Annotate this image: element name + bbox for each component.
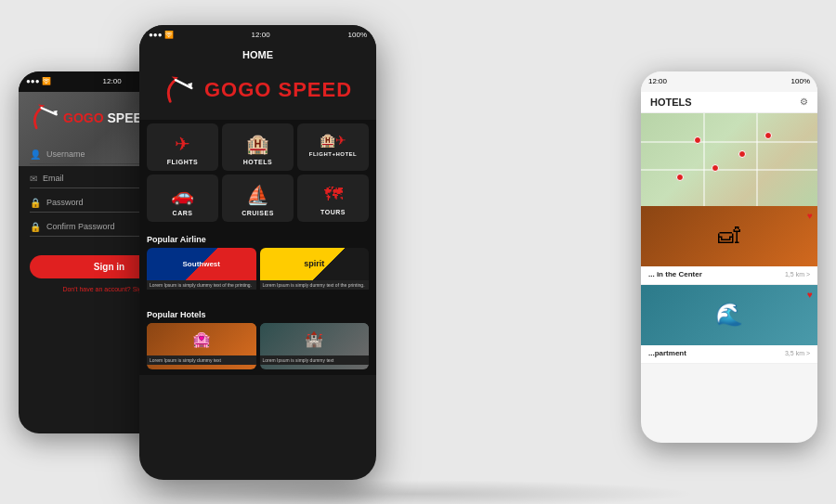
logo-icon bbox=[30, 101, 63, 135]
status-battery-right: 100% bbox=[791, 77, 810, 85]
phone-home: ●●● 🛜 12:00 100% HOME GOGO SPEED bbox=[139, 25, 376, 480]
status-dots-center: ●●● 🛜 bbox=[149, 31, 174, 39]
home-title: HOME bbox=[139, 45, 376, 66]
hotel1-text: Lorem Ipsum is simply dummy text bbox=[147, 355, 256, 365]
hotel-listing-1-info: ... in the Center 1,5 km > bbox=[641, 266, 817, 284]
phone-hotels: 12:00 100% HOTELS ⚙ 🛋 ♥ bbox=[641, 71, 817, 443]
hotel2-text: Lorem Ipsum is simply dummy text bbox=[260, 355, 370, 365]
status-time-left: 12:00 bbox=[103, 77, 122, 85]
status-bar-right: 12:00 100% bbox=[641, 71, 817, 92]
map-road-h1 bbox=[641, 141, 817, 143]
southwest-logo: Southwest bbox=[147, 248, 256, 280]
southwest-description: Lorem Ipsum is simply dummy text of the … bbox=[147, 280, 256, 290]
map-road-v1 bbox=[703, 113, 705, 206]
spirit-card[interactable]: spirit Lorem Ipsum is simply dummy text … bbox=[260, 248, 370, 299]
hotel-cards: 🏩 Lorem Ipsum is simply dummy text 🏰 Lor… bbox=[139, 323, 376, 375]
lock-icon: 🔒 bbox=[30, 198, 41, 208]
lock2-icon: 🔒 bbox=[30, 222, 41, 232]
status-battery-center: 100% bbox=[348, 31, 367, 39]
grid-row-2: 🚗 CARS ⛵ CRUISES 🗺 TOURS bbox=[147, 174, 369, 222]
logo-banner: GOGO SPEED bbox=[139, 66, 376, 120]
hotel-listing-2[interactable]: 🌊 ♥ ...partment 3,5 km > bbox=[641, 285, 817, 364]
gogo-logo: GOGO SPEED bbox=[163, 73, 352, 107]
flight-hotel-button[interactable]: 🏨✈ FLIGHT+HOTEL bbox=[297, 123, 369, 171]
status-dots: ●●● 🛜 bbox=[26, 77, 51, 85]
hotel-card-2[interactable]: 🏰 Lorem Ipsum is simply dummy text bbox=[260, 323, 370, 369]
flights-icon: ✈ bbox=[175, 133, 190, 155]
tours-icon: 🗺 bbox=[324, 184, 343, 205]
hotel-listing-2-image: 🌊 bbox=[641, 285, 817, 345]
favorite-icon-1[interactable]: ♥ bbox=[807, 211, 813, 221]
user-icon: 👤 bbox=[30, 149, 41, 160]
flight-hotel-icon: 🏨✈ bbox=[320, 133, 346, 148]
hotels-map bbox=[641, 113, 817, 206]
hotels-header: HOTELS ⚙ bbox=[641, 92, 817, 113]
status-time-center: 12:00 bbox=[252, 31, 270, 39]
hotels-icon: 🏨 bbox=[246, 133, 269, 155]
hotel1-image: 🏩 bbox=[147, 323, 256, 355]
popular-airline-title: Popular Airline bbox=[139, 229, 376, 248]
popular-hotels-title: Popular Hotels bbox=[139, 304, 376, 323]
status-time-right: 12:00 bbox=[648, 77, 667, 85]
filter-icon[interactable]: ⚙ bbox=[800, 97, 808, 107]
map-pin-4[interactable] bbox=[764, 132, 772, 139]
cars-icon: 🚗 bbox=[171, 184, 194, 206]
logo-text: GOGO SPEED bbox=[63, 110, 151, 125]
hotel-card-1[interactable]: 🏩 Lorem Ipsum is simply dummy text bbox=[147, 323, 256, 369]
map-road-h2 bbox=[641, 169, 817, 171]
cars-button[interactable]: 🚗 CARS bbox=[147, 174, 218, 222]
map-pin-3[interactable] bbox=[712, 164, 719, 172]
service-grid: ✈ FLIGHTS 🏨 HOTELS 🏨✈ FLIGHT+HOTEL 🚗 CAR… bbox=[139, 120, 376, 229]
grid-row-1: ✈ FLIGHTS 🏨 HOTELS 🏨✈ FLIGHT+HOTEL bbox=[147, 123, 369, 171]
hotels-list-title: HOTELS bbox=[650, 97, 692, 108]
cruises-button[interactable]: ⛵ CRUISES bbox=[222, 174, 294, 222]
gogo-brand-text: GOGO SPEED bbox=[204, 78, 352, 102]
tours-button[interactable]: 🗺 TOURS bbox=[297, 174, 369, 222]
status-bar-center: ●●● 🛜 12:00 100% bbox=[139, 25, 376, 45]
map-pin-5[interactable] bbox=[676, 174, 684, 181]
scene-shadow bbox=[139, 480, 697, 505]
spirit-logo: spirit bbox=[260, 248, 370, 280]
scene: ●●● 🛜 12:00 100% GOGO SPEED 👤 bbox=[19, 16, 817, 489]
email-icon: ✉ bbox=[30, 174, 37, 184]
map-road-v2 bbox=[756, 113, 758, 206]
hotel-listing-2-info: ...partment 3,5 km > bbox=[641, 345, 817, 363]
hotel-listing-1-image: 🛋 bbox=[641, 206, 817, 266]
gogo-logo-icon bbox=[163, 73, 197, 107]
map-pin-1[interactable] bbox=[694, 136, 701, 144]
hotel2-image: 🏰 bbox=[260, 323, 370, 355]
spirit-description: Lorem Ipsum is simply dummy text of the … bbox=[260, 280, 370, 290]
cruises-icon: ⛵ bbox=[246, 184, 269, 206]
favorite-icon-2[interactable]: ♥ bbox=[807, 290, 813, 300]
map-pin-2[interactable] bbox=[738, 150, 746, 158]
flights-button[interactable]: ✈ FLIGHTS bbox=[147, 123, 218, 171]
airline-cards: Southwest Lorem Ipsum is simply dummy te… bbox=[139, 248, 376, 304]
southwest-card[interactable]: Southwest Lorem Ipsum is simply dummy te… bbox=[147, 248, 256, 299]
hotel-listing-1[interactable]: 🛋 ♥ ... in the Center 1,5 km > bbox=[641, 206, 817, 285]
hotels-button[interactable]: 🏨 HOTELS bbox=[222, 123, 294, 171]
